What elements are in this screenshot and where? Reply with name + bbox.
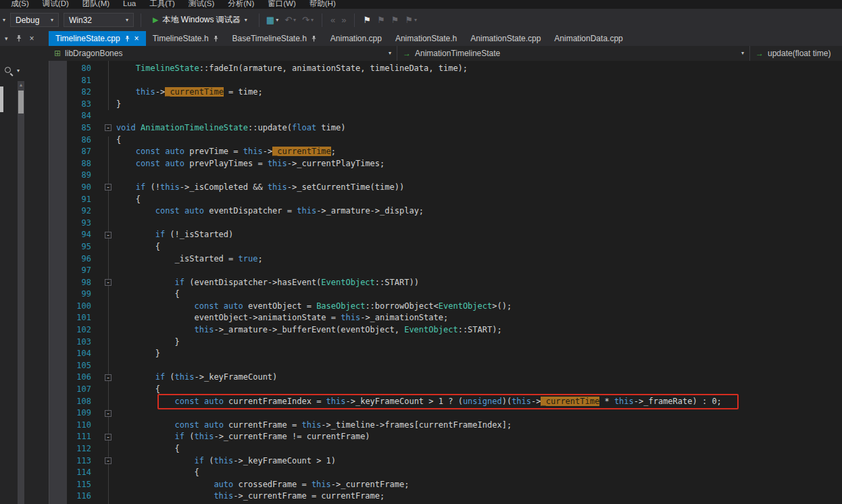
code-text: { [97, 443, 842, 455]
output-panel-icon: ▦ [266, 15, 274, 25]
token: const [195, 301, 219, 311]
tab-AnimationState.h[interactable]: AnimationState.h [389, 31, 464, 46]
menu-item-4[interactable]: 工具(T) [143, 0, 182, 9]
menu-item-3[interactable]: Lua [116, 0, 143, 9]
code-line-109[interactable]: 109- [67, 407, 842, 420]
left-scrollbar-thumb[interactable] [0, 86, 3, 112]
fold-collapse-icon[interactable]: - [105, 232, 112, 238]
code-line-112[interactable]: 112{ [67, 443, 842, 455]
code-line-92[interactable]: 92const auto eventDispatcher = this->_ar… [67, 205, 842, 218]
indent-icon[interactable]: » [341, 15, 346, 25]
tab-AnimationState.cpp[interactable]: AnimationState.cpp [464, 31, 547, 46]
fold-collapse-icon[interactable]: - [105, 457, 112, 464]
undo-icon[interactable]: ↶▾ [284, 15, 296, 25]
pin-icon[interactable] [311, 35, 317, 43]
code-line-87[interactable]: 87const auto prevTime = this->_currentTi… [67, 146, 842, 158]
fold-collapse-icon[interactable]: - [105, 374, 112, 381]
code-line-116[interactable]: 116this->_currentFrame = currentFrame; [67, 490, 842, 503]
code-line-105[interactable]: 105 [67, 360, 842, 372]
code-line-88[interactable]: 88const auto prevPlayTimes = this->_curr… [67, 158, 842, 170]
fold-collapse-icon[interactable]: - [105, 279, 112, 286]
tab-TimelineState.cpp[interactable]: TimelineState.cpp× [49, 31, 146, 46]
code-line-103[interactable]: 103} [67, 336, 842, 349]
menu-item-0[interactable]: 成(S) [4, 0, 36, 9]
chevron-down-icon: ▾ [276, 18, 278, 23]
code-line-98[interactable]: 98-if (eventDispatcher->hasEvent(EventOb… [67, 277, 842, 289]
token: (! [145, 182, 160, 192]
code-line-110[interactable]: 110const auto currentFrame = this->_time… [67, 420, 842, 432]
code-line-102[interactable]: 102this->_armature->_bufferEvent(eventOb… [67, 324, 842, 336]
code-line-90[interactable]: 90-if (!this->_isCompleted && this->_set… [67, 182, 842, 194]
code-line-115[interactable]: 115auto crossedFrame = this->_currentFra… [67, 479, 842, 491]
code-line-99[interactable]: 99{ [67, 288, 842, 301]
pin-icon[interactable] [213, 35, 219, 43]
code-line-96[interactable]: 96_isStarted = true; [67, 253, 842, 266]
type-dropdown[interactable]: → AnimationTimelineState ▾ [397, 46, 750, 61]
code-line-106[interactable]: 106-if (this->_keyFrameCount) [67, 372, 842, 384]
token: if [136, 182, 145, 192]
code-line-104[interactable]: 104} [67, 348, 842, 360]
code-line-84[interactable]: 84 [67, 110, 842, 122]
menu-item-6[interactable]: 分析(N) [221, 0, 261, 9]
search-button[interactable]: ▾ [5, 67, 20, 75]
code-text: if (this->_keyFrameCount > 1) [97, 455, 842, 468]
fold-collapse-icon[interactable]: - [105, 410, 112, 417]
code-line-91[interactable]: 91{ [67, 194, 842, 206]
tab-AnimationData.cpp[interactable]: AnimationData.cpp [547, 31, 629, 46]
fold-collapse-icon[interactable]: - [105, 184, 112, 191]
fold-collapse-icon[interactable]: - [105, 124, 112, 131]
prev-bookmark-icon[interactable]: ⚑ [377, 15, 385, 25]
code-line-97[interactable]: 97 [67, 265, 842, 277]
menu-item-1[interactable]: 调试(D) [36, 0, 76, 9]
pin-icon[interactable] [16, 34, 22, 43]
code-text: if (this->_keyFrameCount) [97, 372, 842, 384]
breakpoint-margin[interactable] [49, 61, 67, 504]
platform-combo[interactable]: Win32 ▾ [64, 13, 134, 27]
menu-item-5[interactable]: 测试(S) [182, 0, 221, 9]
code-line-85[interactable]: 85-void AnimationTimelineState::update(f… [67, 122, 842, 134]
menu-item-8[interactable]: 帮助(H) [303, 0, 343, 9]
code-line-81[interactable]: 81 [67, 75, 842, 87]
code-line-86[interactable]: 86{ [67, 134, 842, 147]
code-line-89[interactable]: 89 [67, 170, 842, 182]
tab-TimelineState.h[interactable]: TimelineState.h [146, 31, 226, 46]
member-dropdown[interactable]: → update(float time) [750, 46, 842, 61]
code-line-80[interactable]: 80TimelineState::fadeIn(armature, animat… [67, 63, 842, 75]
project-dropdown[interactable]: ⊞ libDragonBones ▾ [49, 46, 397, 61]
scroll-up-icon[interactable]: ▴ [18, 82, 24, 88]
code-line-114[interactable]: 114{ [67, 467, 842, 479]
code-line-93[interactable]: 93 [67, 218, 842, 230]
code-line-82[interactable]: 82this->_currentTime = time; [67, 86, 842, 99]
outdent-icon: « [330, 15, 335, 25]
code-line-113[interactable]: 113-if (this->_keyFrameCount > 1) [67, 455, 842, 468]
code-line-94[interactable]: 94-if (!_isStarted) [67, 229, 842, 241]
bookmark-icon[interactable]: ⚑ [363, 15, 371, 25]
next-bookmark-icon[interactable]: ⚑ [391, 15, 399, 25]
scrollbar-thumb[interactable] [18, 91, 24, 114]
code-line-101[interactable]: 101eventObject->animationState = this->_… [67, 312, 842, 324]
tab-BaseTimelineState.h[interactable]: BaseTimelineState.h [226, 31, 324, 46]
close-icon[interactable]: × [30, 34, 34, 43]
outdent-icon[interactable]: « [330, 15, 335, 25]
menu-item-2[interactable]: 团队(M) [76, 0, 116, 9]
line-number: 96 [67, 253, 91, 266]
panel-scrollbar[interactable]: ▴ [18, 81, 24, 504]
start-debug-button[interactable]: ▶ 本地 Windows 调试器 ▾ [148, 12, 252, 28]
outline-guide-line [108, 136, 109, 504]
code-line-83[interactable]: 83} [67, 99, 842, 111]
tab-Animation.cpp[interactable]: Animation.cpp [324, 31, 389, 46]
window-position-icon[interactable]: ▾ [5, 35, 8, 42]
configuration-combo[interactable]: Debug ▾ [10, 13, 59, 27]
toolbar-overflow-icon[interactable]: ▾ [3, 18, 5, 23]
code-line-95[interactable]: 95{ [67, 241, 842, 253]
bookmark-list-icon[interactable]: ⚑▾ [405, 15, 417, 25]
close-icon[interactable]: × [134, 34, 139, 43]
menu-item-7[interactable]: 窗口(W) [261, 0, 303, 9]
code-line-100[interactable]: 100const auto eventObject = BaseObject::… [67, 301, 842, 313]
code-editor[interactable]: 80TimelineState::fadeIn(armature, animat… [67, 61, 842, 504]
redo-icon[interactable]: ↷▾ [302, 15, 314, 25]
pin-icon[interactable] [124, 35, 130, 43]
output-panel-icon[interactable]: ▦▾ [266, 15, 278, 25]
code-line-111[interactable]: 111-if (this->_currentFrame != currentFr… [67, 431, 842, 443]
fold-collapse-icon[interactable]: - [105, 434, 112, 440]
